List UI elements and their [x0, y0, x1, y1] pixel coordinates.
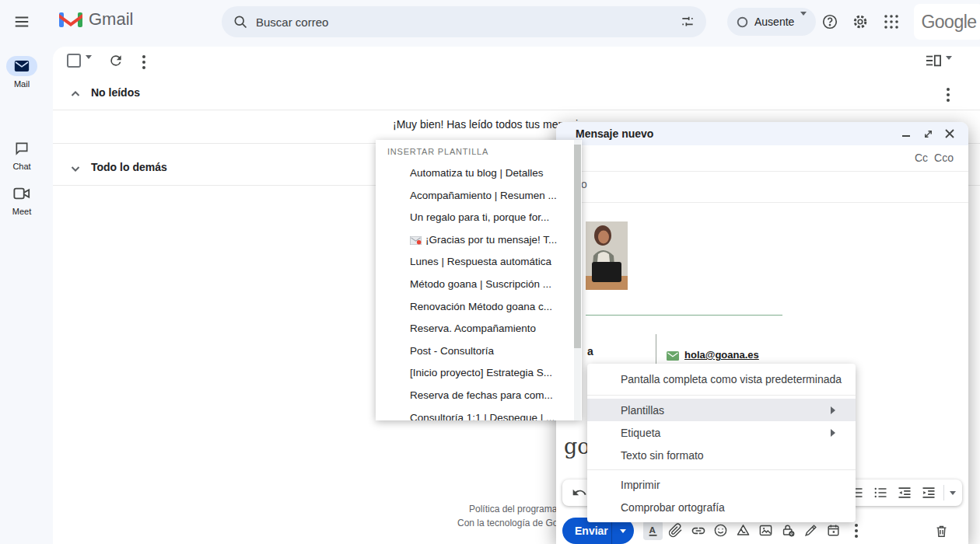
menu-item-fullscreen-default[interactable]: Pantalla completa como vista predetermin… — [587, 367, 856, 392]
send-options-caret-icon[interactable] — [612, 529, 634, 533]
gmail-logo-icon — [59, 11, 82, 29]
template-item[interactable]: Lunes | Respuesta automática — [376, 251, 582, 274]
status-selector[interactable]: Ausente — [727, 8, 816, 36]
apps-grid-icon[interactable] — [882, 12, 901, 31]
compose-header[interactable]: Mensaje nuevo — [556, 122, 968, 145]
signature-pen-icon[interactable] — [801, 521, 821, 540]
reading-pane-caret-icon[interactable] — [946, 56, 952, 73]
discard-draft-icon[interactable] — [933, 522, 950, 539]
signature-envelope-icon — [667, 351, 679, 361]
refresh-icon[interactable] — [107, 52, 124, 69]
select-all-checkbox[interactable] — [67, 54, 81, 68]
select-caret-icon[interactable] — [86, 55, 92, 72]
menu-item-label[interactable]: Etiqueta — [587, 421, 856, 444]
status-label: Ausente — [754, 16, 794, 28]
mail-label: Mail — [0, 79, 44, 89]
menu-item-templates[interactable]: Plantillas — [587, 399, 856, 421]
undo-icon[interactable] — [570, 483, 589, 502]
schedule-send-icon[interactable] — [824, 521, 843, 540]
attach-file-icon[interactable] — [666, 521, 685, 540]
menu-separator — [587, 469, 856, 470]
template-item[interactable]: Método goana | Suscripción ... — [376, 274, 582, 296]
template-item[interactable]: Reserva. Acompañamiento — [376, 318, 582, 340]
menu-item-plain-text[interactable]: Texto sin formato — [587, 444, 856, 466]
section-unread-title[interactable]: No leídos — [91, 86, 140, 99]
search-icon[interactable] — [233, 14, 248, 30]
section-rest-title[interactable]: Todo lo demás — [91, 161, 167, 173]
emoji-icon[interactable] — [711, 521, 730, 540]
send-label: Enviar — [562, 525, 611, 537]
template-item[interactable]: Consultoría 1:1 | Despegue | ... — [376, 407, 582, 420]
menu-item-print[interactable]: Imprimir — [587, 473, 856, 496]
text-format-icon[interactable]: A — [643, 521, 663, 540]
sidebar-item-meet[interactable]: Meet — [0, 183, 44, 216]
close-icon[interactable] — [942, 126, 957, 141]
fullscreen-icon[interactable] — [920, 126, 936, 141]
toolbar-separator — [943, 485, 944, 500]
bullet-list-icon[interactable] — [871, 483, 890, 502]
meet-camera-icon — [13, 187, 30, 201]
cc-link[interactable]: Cc — [915, 152, 928, 164]
reading-pane-icon[interactable] — [926, 54, 941, 68]
compose-more-menu: Pantalla completa como vista predetermin… — [587, 364, 856, 522]
google-logo-text: Google — [921, 12, 976, 33]
search-bar[interactable] — [222, 6, 706, 37]
section-unread-more-icon[interactable] — [947, 88, 950, 102]
chat-icon — [14, 141, 30, 156]
template-item[interactable]: Automatiza tu blog | Detalles — [376, 162, 582, 185]
insert-image-icon[interactable] — [756, 521, 775, 540]
confidential-mode-icon[interactable] — [779, 521, 798, 540]
sidebar-item-chat[interactable]: Chat — [0, 138, 44, 171]
cc-bcc-links: CcCco — [908, 152, 954, 164]
toolbar-more-icon[interactable] — [142, 55, 145, 69]
status-circle-icon — [737, 16, 748, 28]
template-item[interactable]: ¡Gracias por tu mensaje! T... — [376, 229, 582, 252]
minimize-icon[interactable] — [898, 126, 914, 141]
mail-heart-icon — [410, 236, 422, 245]
gmail-brand[interactable]: Gmail — [59, 9, 133, 30]
recipients-divider — [556, 171, 968, 172]
signature-email-link[interactable]: hola@goana.es — [684, 349, 759, 361]
subject-field[interactable]: o — [581, 178, 587, 190]
svg-text:A: A — [649, 524, 656, 534]
signature-rule — [586, 315, 782, 316]
program-policy-link[interactable]: Política del programa — [469, 504, 557, 514]
chat-pill — [6, 138, 37, 159]
meet-pill — [6, 183, 37, 204]
help-icon[interactable] — [821, 12, 839, 31]
collapse-rest-icon[interactable] — [70, 163, 81, 174]
subject-divider — [556, 202, 968, 203]
template-item[interactable]: Renovación Método goana c... — [376, 296, 582, 319]
gmail-wordmark: Gmail — [89, 9, 133, 30]
template-item[interactable]: Acompañamiento | Resumen ... — [376, 185, 582, 207]
submenu-arrow-icon — [831, 406, 835, 414]
cco-link[interactable]: Cco — [934, 152, 954, 164]
search-input[interactable] — [256, 16, 680, 29]
outdent-icon[interactable] — [895, 483, 914, 502]
drive-icon[interactable] — [733, 521, 753, 540]
chat-label: Chat — [0, 162, 44, 171]
template-dropdown: INSERTAR PLANTILLA Automatiza tu blog | … — [376, 140, 582, 420]
meet-label: Meet — [0, 207, 44, 216]
status-caret-icon — [800, 12, 807, 28]
compose-title: Mensaje nuevo — [576, 127, 892, 140]
template-item[interactable]: Reserva de fechas para com... — [376, 385, 582, 407]
search-options-icon[interactable] — [680, 14, 695, 30]
template-item[interactable]: Un regalo para ti, porque for... — [376, 207, 582, 229]
mail-selected-pill — [6, 56, 37, 76]
indent-icon[interactable] — [919, 483, 938, 502]
template-item[interactable]: Post - Consultoría — [376, 340, 582, 363]
template-scrollbar-thumb[interactable] — [574, 145, 581, 348]
sidebar-item-mail[interactable]: Mail — [0, 56, 44, 89]
template-item[interactable]: [Inicio proyecto] Estrategia S... — [376, 362, 582, 385]
top-bar: Gmail Ausente Google — [0, 0, 980, 44]
compose-more-icon[interactable] — [846, 521, 866, 540]
list-divider — [53, 110, 980, 110]
menu-separator — [587, 395, 856, 396]
collapse-unread-icon[interactable] — [70, 89, 81, 99]
menu-item-spellcheck[interactable]: Comprobar ortografía — [587, 496, 856, 518]
insert-link-icon[interactable] — [688, 521, 708, 540]
hamburger-menu-icon[interactable] — [11, 11, 33, 33]
more-formats-caret-icon[interactable] — [950, 491, 956, 495]
settings-gear-icon[interactable] — [851, 12, 870, 31]
